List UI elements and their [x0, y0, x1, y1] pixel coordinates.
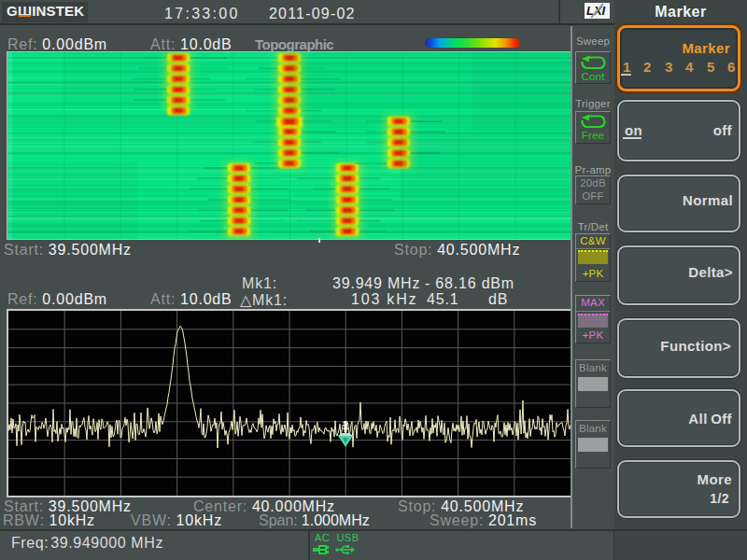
svg-text:1: 1: [343, 419, 349, 432]
